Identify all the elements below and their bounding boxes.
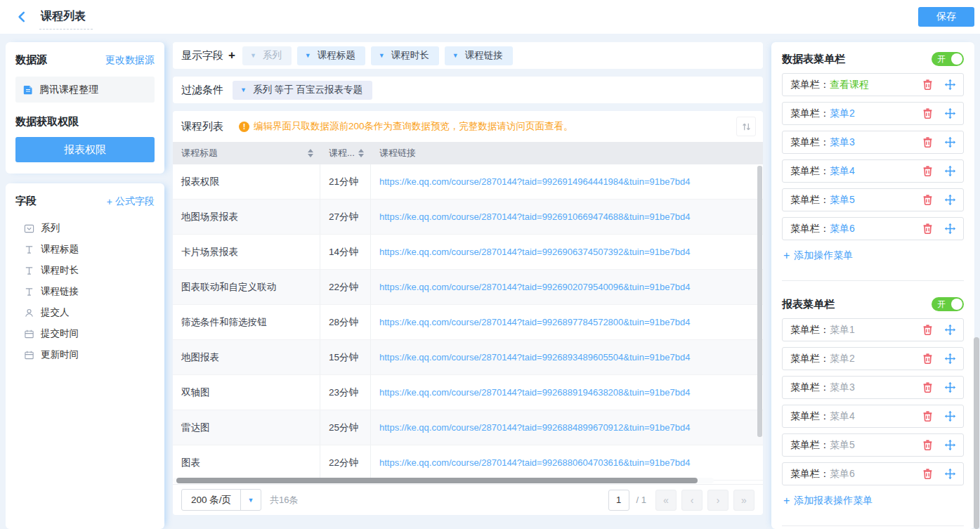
prev-page-button[interactable]: ‹ (681, 490, 703, 511)
menu-name-link[interactable]: 菜单3 (830, 136, 855, 149)
column-header-duration[interactable]: 课程... (320, 147, 371, 159)
menu-name-link[interactable]: 菜单5 (830, 194, 855, 207)
table-title: 课程列表 (181, 120, 223, 133)
table-row: 地图场景报表 27分钟 https://ke.qq.com/course/287… (173, 200, 763, 235)
delete-menu-button[interactable] (922, 468, 934, 480)
menu-name-link[interactable]: 菜单5 (830, 439, 855, 452)
delete-menu-button[interactable] (922, 381, 934, 393)
menu-item: 菜单栏：菜单4 (782, 405, 964, 428)
menu-name-link[interactable]: 菜单2 (830, 353, 855, 365)
course-link[interactable]: https://ke.qq.com/course/2870144?taid=99… (379, 176, 690, 187)
course-link[interactable]: https://ke.qq.com/course/2870144?taid=99… (379, 457, 690, 468)
add-table-menu-link[interactable]: + 添加操作菜单 (783, 249, 964, 262)
last-page-button[interactable]: » (733, 490, 754, 511)
report-menu-toggle[interactable]: 开 (932, 297, 964, 311)
move-menu-button[interactable] (944, 381, 956, 393)
menu-name-link[interactable]: 菜单4 (830, 410, 855, 423)
delete-menu-button[interactable] (922, 324, 934, 336)
delete-menu-button[interactable] (922, 136, 934, 148)
menu-name-link[interactable]: 菜单3 (830, 381, 855, 394)
move-menu-button[interactable] (944, 107, 956, 119)
divider (782, 280, 964, 281)
field-item-course-title[interactable]: 课程标题 (15, 239, 155, 260)
field-item-series[interactable]: 系列 (15, 218, 155, 239)
menu-name-link[interactable]: 菜单1 (830, 324, 855, 337)
trash-icon (922, 439, 934, 451)
plus-icon: + (783, 249, 790, 262)
delete-menu-button[interactable] (922, 79, 934, 91)
course-link[interactable]: https://ke.qq.com/course/2870144?taid=99… (379, 247, 690, 257)
add-display-field-button[interactable]: + (228, 48, 235, 63)
course-link[interactable]: https://ke.qq.com/course/2870144?taid=99… (379, 422, 690, 433)
save-button[interactable]: 保存 (918, 7, 974, 27)
first-page-button[interactable]: « (655, 490, 677, 511)
field-item-update-time[interactable]: 更新时间 (15, 344, 155, 365)
datasource-item[interactable]: 腾讯课程整理 (15, 77, 155, 103)
menu-item: 菜单栏：菜单5 (782, 433, 964, 457)
course-link[interactable]: https://ke.qq.com/course/2870144?taid=99… (379, 211, 690, 222)
formula-field-label: 公式字段 (115, 195, 155, 208)
chip-course-title[interactable]: ▼ 课程标题 (297, 46, 365, 65)
move-menu-button[interactable] (944, 165, 956, 177)
chip-course-duration[interactable]: ▼ 课程时长 (371, 46, 439, 65)
back-button[interactable] (14, 9, 30, 25)
add-table-menu-label: 添加操作菜单 (794, 249, 853, 262)
report-menu-list: 菜单栏：菜单1 菜单栏：菜单2 菜单栏：菜单3 菜单栏：菜单4 菜单栏：菜单5 … (782, 318, 964, 485)
menu-prefix: 菜单栏： (790, 165, 830, 178)
field-item-course-link[interactable]: 课程链接 (15, 281, 155, 302)
toggle-on-label: 开 (937, 299, 946, 311)
move-menu-button[interactable] (944, 194, 956, 206)
move-menu-button[interactable] (944, 223, 956, 235)
change-datasource-link[interactable]: 更改数据源 (105, 54, 155, 67)
field-label: 提交时间 (41, 327, 79, 340)
delete-menu-button[interactable] (922, 353, 934, 365)
table-vertical-scrollbar-thumb[interactable] (757, 166, 762, 437)
delete-menu-button[interactable] (922, 165, 934, 177)
column-header-title[interactable]: 课程标题 (173, 147, 320, 159)
page-vertical-scrollbar-thumb[interactable] (974, 337, 979, 529)
filter-chip[interactable]: ▼ 系列 等于 百宝云报表专题 (233, 81, 372, 100)
field-item-submitter[interactable]: 提交人 (15, 302, 155, 323)
move-menu-button[interactable] (944, 136, 956, 148)
delete-menu-button[interactable] (922, 439, 934, 451)
report-permission-button[interactable]: 报表权限 (15, 137, 155, 162)
add-formula-field-link[interactable]: + 公式字段 (107, 195, 155, 208)
next-page-button[interactable]: › (707, 490, 729, 511)
move-menu-button[interactable] (944, 410, 956, 422)
course-link[interactable]: https://ke.qq.com/course/2870144?taid=99… (379, 282, 690, 292)
horizontal-scrollbar-thumb[interactable] (176, 478, 698, 483)
table-menu-toggle[interactable]: 开 (932, 52, 964, 66)
delete-menu-button[interactable] (922, 107, 934, 119)
course-link[interactable]: https://ke.qq.com/course/2870144?taid=99… (379, 387, 690, 398)
course-link[interactable]: https://ke.qq.com/course/2870144?taid=99… (379, 317, 690, 327)
menu-name-link[interactable]: 菜单6 (830, 223, 855, 235)
move-menu-button[interactable] (944, 324, 956, 336)
move-icon (944, 439, 956, 451)
page-size-value: 200 条/页 (182, 494, 240, 507)
delete-menu-button[interactable] (922, 223, 934, 235)
chip-course-link[interactable]: ▼ 课程链接 (445, 46, 513, 65)
menu-name-link[interactable]: 查看课程 (830, 79, 869, 91)
calendar-icon (24, 329, 34, 339)
course-link[interactable]: https://ke.qq.com/course/2870144?taid=99… (379, 352, 690, 363)
menu-name-link[interactable]: 菜单6 (830, 468, 855, 481)
table-row: 雷达图 25分钟 https://ke.qq.com/course/287014… (173, 410, 763, 445)
delete-menu-button[interactable] (922, 410, 934, 422)
move-menu-button[interactable] (944, 468, 956, 480)
menu-prefix: 菜单栏： (790, 107, 830, 120)
move-menu-button[interactable] (944, 353, 956, 365)
field-item-submit-time[interactable]: 提交时间 (15, 323, 155, 344)
menu-name-link[interactable]: 菜单2 (830, 107, 855, 120)
delete-menu-button[interactable] (922, 194, 934, 206)
chip-series[interactable]: ▼ 系列 (242, 46, 292, 65)
warning-icon: ! (239, 122, 249, 132)
move-menu-button[interactable] (944, 79, 956, 91)
menu-name-link[interactable]: 菜单4 (830, 165, 855, 178)
page-input[interactable] (608, 490, 629, 511)
sort-order-button[interactable] (736, 117, 756, 136)
page-size-select[interactable]: 200 条/页 ▼ (181, 489, 261, 511)
move-menu-button[interactable] (944, 439, 956, 451)
menu-prefix: 菜单栏： (790, 79, 830, 91)
field-item-course-duration[interactable]: 课程时长 (15, 260, 155, 281)
add-report-menu-link[interactable]: + 添加报表操作菜单 (783, 495, 964, 507)
